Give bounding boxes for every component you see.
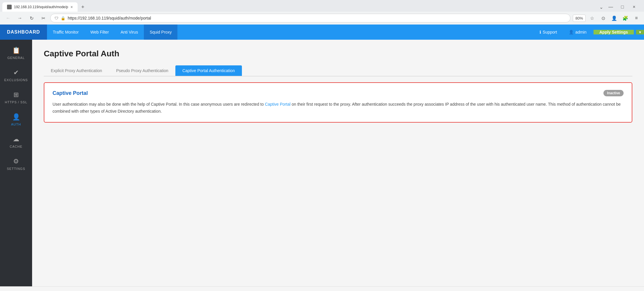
support-button[interactable]: ℹ Support [535,30,562,34]
nav-anti-virus[interactable]: Anti Virus [115,25,144,40]
menu-icon[interactable]: ≡ [632,14,640,22]
refresh-button[interactable]: ↻ [27,13,36,23]
cut-button[interactable]: ✂ [39,13,48,23]
sidebar: 📋 GENERAL ✔ EXCLUSIONS ⊞ HTTPS / SSL 👤 A… [0,40,32,286]
tab-title: 192.168.10.119/squid/auth/mode/p [14,5,68,9]
tabs-bar: Explicit Proxy Authentication Pseudo Pro… [44,65,632,76]
shield-icon: 🛡 [55,16,58,20]
https-ssl-icon: ⊞ [13,91,19,99]
close-button[interactable]: × [630,3,638,11]
general-icon: 📋 [12,47,20,54]
sidebar-item-exclusions[interactable]: ✔ EXCLUSIONS [0,64,32,86]
apply-settings-button[interactable]: Apply Settings [594,30,634,34]
app-nav: Traffic Monitor Web Filter Anti Virus Sq… [47,25,177,40]
nav-web-filter[interactable]: Web Filter [85,25,115,40]
nav-squid-proxy[interactable]: Squid Proxy [144,25,177,40]
footer: Web Safety for Squid Proxy, version 9.2-… [0,286,644,291]
captive-portal-title: Captive Portal [53,90,88,96]
admin-button[interactable]: 👤 admin [564,30,591,34]
exclusions-icon: ✔ [13,69,19,76]
back-button[interactable]: ← [4,13,13,23]
tab-captive-portal[interactable]: Captive Portal Authentication [175,65,242,76]
auth-icon: 👤 [12,113,20,121]
sidebar-item-https-ssl[interactable]: ⊞ HTTPS / SSL [0,86,32,109]
forward-button[interactable]: → [15,13,25,23]
maximize-button[interactable]: □ [618,3,626,11]
bookmark-icon[interactable]: ☆ [588,14,596,22]
content-area: Captive Portal Auth Explicit Proxy Authe… [32,40,644,286]
tab-favicon [7,5,12,9]
address-bar[interactable]: 🛡 🔒 https://192.168.10.119/squid/auth/mo… [50,14,570,22]
status-badge: Inactive [603,90,624,96]
svg-rect-0 [8,6,11,8]
url-text: https://192.168.10.119/squid/auth/mode/p… [68,16,566,20]
extensions-icon[interactable]: 🧩 [621,14,629,22]
user-icon: 👤 [569,30,574,34]
info-icon: ℹ [540,30,541,34]
page-title: Captive Portal Auth [44,49,632,58]
header-right: ℹ Support 👤 admin Apply Settings ▾ [535,30,644,34]
sidebar-item-general[interactable]: 📋 GENERAL [0,42,32,64]
nav-traffic-monitor[interactable]: Traffic Monitor [47,25,85,40]
settings-icon: ⚙ [13,158,19,165]
captive-portal-link[interactable]: Captive Portal [265,102,291,107]
apply-settings-dropdown[interactable]: ▾ [636,30,644,34]
new-tab-button[interactable]: + [79,3,87,11]
desc-part1: User authentication may also be done wit… [53,102,265,107]
sidebar-item-cache[interactable]: ☁ CACHE [0,131,32,153]
account-icon[interactable]: 👤 [610,14,618,22]
minimize-button[interactable]: — [607,3,615,11]
browser-chrome: 192.168.10.119/squid/auth/mode/p × + ⌄ —… [0,0,644,25]
tab-list-button[interactable]: ⌄ [599,4,603,10]
captive-portal-description: User authentication may also be done wit… [53,101,624,115]
sidebar-item-settings[interactable]: ⚙ SETTINGS [0,153,32,175]
tab-close-button[interactable]: × [70,5,73,9]
pocket-icon[interactable]: ⊙ [599,14,607,22]
zoom-level[interactable]: 80% [573,15,586,22]
sidebar-item-auth[interactable]: 👤 AUTH [0,109,32,131]
browser-tab[interactable]: 192.168.10.119/squid/auth/mode/p × [2,2,78,12]
tab-pseudo-proxy[interactable]: Pseudo Proxy Authentication [109,65,175,76]
main-layout: 📋 GENERAL ✔ EXCLUSIONS ⊞ HTTPS / SSL 👤 A… [0,40,644,286]
captive-portal-card: Captive Portal Inactive User authenticat… [44,82,632,123]
cache-icon: ☁ [13,135,19,143]
tab-explicit-proxy[interactable]: Explicit Proxy Authentication [44,65,109,76]
lock-icon: 🔒 [61,16,65,20]
app-logo: DASHBOARD [0,25,47,40]
app-header: DASHBOARD Traffic Monitor Web Filter Ant… [0,25,644,40]
captive-portal-header: Captive Portal Inactive [53,90,624,96]
